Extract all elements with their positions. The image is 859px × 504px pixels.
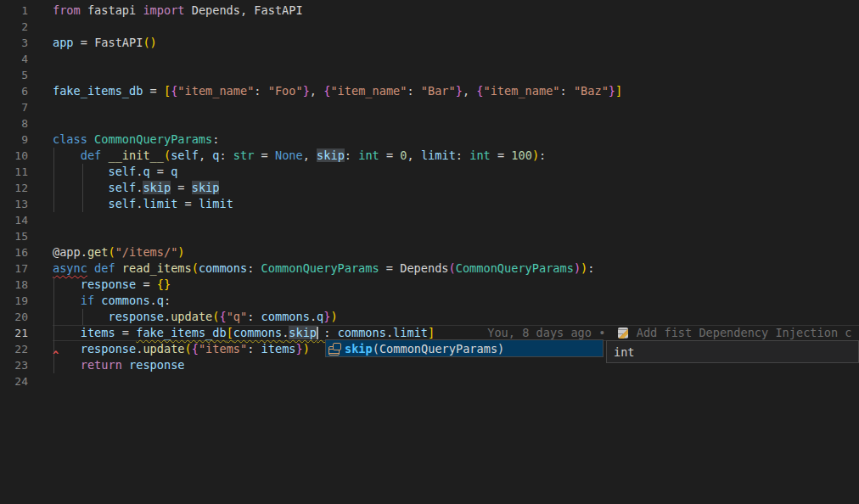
line-number[interactable]: 10: [0, 148, 28, 164]
line-code: [53, 212, 859, 228]
line-code: [53, 19, 859, 35]
code-token: =: [115, 326, 137, 339]
suggest-label[interactable]: skip: [345, 342, 373, 356]
line-number[interactable]: 18: [0, 277, 28, 293]
line-code: response.update({"q": commons.q}): [53, 309, 859, 325]
code-line-13[interactable]: 13 self.limit = limit: [0, 196, 859, 212]
code-line-2[interactable]: 2: [0, 19, 859, 35]
line-number[interactable]: 8: [0, 115, 28, 132]
line-number[interactable]: 17: [0, 260, 28, 277]
code-line-18[interactable]: 18 response = {}: [0, 277, 859, 293]
code-token: CommonQueryParams: [456, 261, 574, 275]
code-token: [53, 294, 81, 307]
code-token: :: [212, 132, 219, 146]
code-token: [: [227, 326, 233, 339]
code-token: response: [81, 342, 136, 356]
blame-annotation: You, 8 days ago •: [487, 326, 612, 339]
line-number[interactable]: 4: [0, 51, 28, 67]
code-line-6[interactable]: 6fake_items_db = [{"item_name": "Foo"}, …: [0, 83, 859, 99]
field-icon: [328, 342, 341, 356]
line-number[interactable]: 11: [0, 164, 28, 180]
line-number[interactable]: 5: [0, 67, 28, 83]
code-line-11[interactable]: 11 self.q = q: [0, 164, 859, 180]
code-line-17[interactable]: 17async def read_items(commons: CommonQu…: [0, 260, 859, 277]
code-token: (): [143, 36, 156, 49]
code-token: def: [87, 261, 122, 275]
code-line-1[interactable]: 1from fastapi import Depends, FastAPI: [0, 3, 859, 19]
code-token: :: [254, 84, 267, 98]
line-number[interactable]: 9: [0, 132, 28, 148]
line-number[interactable]: 15: [0, 228, 28, 244]
code-token: {: [219, 310, 226, 323]
code-token: (: [185, 342, 192, 356]
code-token: fastapi: [87, 3, 143, 17]
suggest-doc-text: int: [614, 345, 635, 359]
code-line-19[interactable]: 19 if commons.q:: [0, 293, 859, 309]
suggest-widget[interactable]: skip (CommonQueryParams): [325, 339, 604, 357]
line-number[interactable]: 22: [0, 341, 28, 357]
code-token: "item_name": [330, 84, 407, 98]
code-line-14[interactable]: 14: [0, 212, 859, 228]
suggest-doc-panel: int: [606, 340, 859, 363]
code-token: }: [296, 342, 303, 356]
line-number[interactable]: 20: [0, 309, 28, 325]
line-code: from fastapi import Depends, FastAPI: [53, 3, 859, 19]
line-code: [53, 228, 859, 244]
code-token: str: [233, 148, 255, 162]
code-token: =: [379, 261, 401, 275]
code-token: skip: [143, 181, 171, 194]
code-line-20[interactable]: 20 response.update({"q": commons.q}): [0, 309, 859, 325]
code-token: {: [192, 342, 199, 356]
code-token: response: [129, 358, 184, 372]
code-token: items: [81, 326, 115, 339]
line-number[interactable]: 12: [0, 180, 28, 196]
code-token: class: [53, 132, 94, 146]
code-token: (: [108, 245, 115, 259]
line-number[interactable]: 21: [0, 325, 28, 341]
code-line-15[interactable]: 15: [0, 228, 859, 244]
code-editor[interactable]: 1from fastapi import Depends, FastAPI23a…: [0, 0, 859, 504]
line-number[interactable]: 3: [0, 35, 28, 51]
line-number[interactable]: 14: [0, 212, 28, 228]
line-number[interactable]: 24: [0, 373, 28, 389]
code-token: update: [171, 310, 212, 323]
code-token: if: [81, 294, 102, 307]
line-number[interactable]: 1: [0, 3, 28, 19]
line-code: [53, 99, 859, 115]
line-code: [53, 373, 859, 389]
code-line-10[interactable]: 10 def __init__(self, q: str = None, ski…: [0, 148, 859, 164]
line-number[interactable]: 7: [0, 99, 28, 115]
code-token: :: [164, 294, 171, 307]
memo-icon: [618, 328, 628, 339]
code-line-12[interactable]: 12 self.skip = skip: [0, 180, 859, 196]
line-code: [53, 115, 859, 132]
line-number[interactable]: 19: [0, 293, 28, 309]
code-token: ,: [199, 148, 212, 162]
code-line-3[interactable]: 3app = FastAPI(): [0, 35, 859, 51]
code-token: self: [108, 197, 136, 210]
line-number[interactable]: 6: [0, 83, 28, 99]
line-number[interactable]: 16: [0, 244, 28, 260]
code-token: int: [469, 148, 491, 162]
code-line-9[interactable]: 9class CommonQueryParams:: [0, 132, 859, 148]
code-line-8[interactable]: 8: [0, 115, 859, 132]
code-token: (: [192, 261, 199, 275]
suggest-detail: (CommonQueryParams): [373, 342, 505, 356]
code-token: :: [317, 326, 338, 339]
code-line-24[interactable]: 24: [0, 373, 859, 389]
code-line-4[interactable]: 4: [0, 51, 859, 67]
code-token: ]: [428, 326, 435, 339]
line-code: def __init__(self, q: str = None, skip: …: [53, 148, 859, 164]
code-line-16[interactable]: 16@app.get("/items/"): [0, 244, 859, 260]
code-token: items: [261, 342, 296, 356]
code-token: =: [254, 148, 275, 162]
code-line-7[interactable]: 7: [0, 99, 859, 115]
code-line-5[interactable]: 5: [0, 67, 859, 83]
code-token: .: [150, 294, 157, 307]
code-token: self: [171, 148, 199, 162]
line-number[interactable]: 2: [0, 19, 28, 35]
line-number[interactable]: 23: [0, 357, 28, 373]
code-token: app: [53, 36, 81, 49]
code-token: }: [609, 84, 615, 98]
line-number[interactable]: 13: [0, 196, 28, 212]
